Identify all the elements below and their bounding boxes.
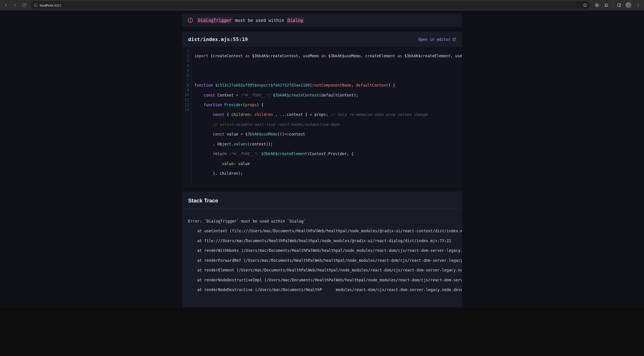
page-content: DialogTrigger must be used within Dialog… (0, 10, 644, 308)
reload-button[interactable] (20, 1, 28, 9)
stack-line: at renderElement (/Users/mac/Documents/H… (188, 268, 456, 273)
menu-button[interactable] (634, 1, 642, 9)
arrow-left-icon (4, 3, 8, 7)
dots-vertical-icon (636, 3, 640, 7)
alert-icon (188, 18, 193, 23)
url-bar[interactable]: localhost:4321 (31, 1, 590, 9)
sidepanel-icon (617, 3, 621, 7)
code-header: dist/index.mjs:55:19 Open in editor (182, 32, 462, 47)
stack-line: at renderNodeDestructiveImpl (/Users/mac… (188, 278, 456, 283)
svg-point-4 (595, 4, 598, 7)
avatar (626, 2, 632, 8)
star-icon[interactable] (583, 3, 587, 7)
puzzle-icon (604, 3, 608, 7)
error-banner: DialogTrigger must be used within Dialog (182, 14, 462, 27)
chrome-actions (593, 1, 642, 9)
stack-line: at renderNodeDestructive (/Users/mac/Doc… (188, 288, 456, 292)
line-gutter: 1 2 3 4 5 6 7 8 9 10 11 12 13 (182, 49, 192, 186)
forward-button[interactable] (11, 1, 19, 9)
code-lines: import {createContext as $3bkAK$createCo… (192, 49, 462, 186)
open-in-editor-link[interactable]: Open in editor (418, 37, 456, 42)
stack-line: at file:///Users/mac/Documents/HealthPal… (188, 238, 456, 244)
arrow-right-icon (13, 3, 17, 7)
file-location: dist/index.mjs:55:19 (188, 36, 248, 42)
svg-point-5 (596, 4, 598, 6)
external-link-icon (452, 38, 456, 41)
error-class-1: DialogTrigger (197, 17, 232, 23)
svg-point-10 (638, 6, 638, 6)
sidepanel-button[interactable] (615, 1, 623, 9)
info-icon (34, 4, 38, 7)
code-block: 1 2 3 4 5 6 7 8 9 10 11 12 13 import {cr… (182, 47, 462, 187)
stack-panel: Stack Trace Error: `DialogTrigger` must … (182, 192, 462, 308)
svg-line-14 (454, 38, 456, 40)
url-text: localhost:4321 (40, 4, 581, 7)
back-button[interactable] (2, 1, 10, 9)
extensions-button[interactable] (602, 1, 610, 9)
svg-rect-6 (618, 4, 621, 6)
target-button[interactable] (593, 1, 601, 9)
svg-point-13 (190, 21, 190, 22)
stack-title: Stack Trace (182, 192, 462, 208)
divider (613, 3, 613, 8)
code-panel: dist/index.mjs:55:19 Open in editor 1 2 … (182, 32, 462, 187)
profile-button[interactable] (624, 1, 633, 9)
browser-toolbar: localhost:4321 (0, 0, 644, 10)
svg-point-9 (638, 5, 638, 6)
stack-line: at renderWithHooks (/Users/mac/Documents… (188, 248, 456, 253)
error-class-2: Dialog (286, 17, 304, 23)
stack-body: Error: `DialogTrigger` must be used with… (182, 208, 462, 308)
error-message: DialogTrigger must be used within Dialog (197, 18, 304, 23)
svg-marker-3 (583, 4, 587, 7)
reload-icon (22, 3, 26, 7)
stack-line: Error: `DialogTrigger` must be used with… (188, 219, 456, 224)
stack-line: at renderForwardRef (/Users/mac/Document… (188, 258, 456, 263)
svg-point-8 (638, 4, 638, 4)
stack-line: at useContext (file:///Users/mac/Documen… (188, 228, 456, 234)
target-icon (595, 3, 599, 7)
